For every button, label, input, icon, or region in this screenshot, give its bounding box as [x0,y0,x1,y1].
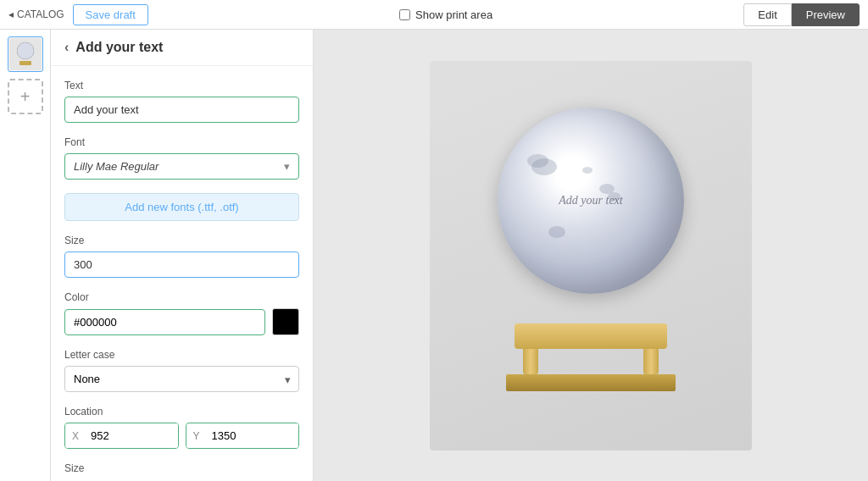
edit-preview-controls: Edit Preview [743,3,860,26]
location-y-field: Y [186,423,300,449]
font-dropdown-arrow-icon: ▾ [284,160,290,173]
color-field-group: Color [64,291,299,335]
location-label: Location [64,406,299,417]
location-x-input[interactable] [86,423,177,448]
font-name-display: Lilly Mae Regular [74,160,159,173]
plus-icon: + [20,87,31,107]
color-swatch[interactable] [272,308,299,335]
moon-background: Add your text [430,61,752,451]
main-layout: + ‹ Add your text Text Font Lilly Mae Re… [0,30,868,481]
edit-button[interactable]: Edit [743,3,791,26]
back-chevron-icon: ‹ [64,40,69,55]
moon-sphere: Add your text [498,108,684,294]
back-arrow-icon: ◂ [8,8,14,20]
crater-1 [527,154,548,168]
text-field-group: Text [64,80,299,123]
text-input[interactable] [64,97,299,123]
side-panel-header: ‹ Add your text [51,30,313,66]
size-field-group: Size [64,235,299,278]
location-field-group: Location X Y [64,406,299,449]
location-row: X Y [64,423,299,449]
stand-legs [506,349,676,374]
svg-point-2 [17,42,34,59]
canvas-area: Add your text [314,30,868,481]
save-draft-button[interactable]: Save draft [73,4,148,25]
location-y-wrap: Y [186,423,300,449]
size-bottom-field-group: Size [64,462,299,474]
letter-case-label: Letter case [64,349,299,361]
show-print-area-label[interactable]: Show print area [399,8,492,21]
crater-2 [608,192,620,201]
text-label: Text [64,80,299,91]
side-panel: ‹ Add your text Text Font Lilly Mae Regu… [51,30,314,481]
show-print-area-checkbox[interactable] [399,9,410,20]
add-fonts-button[interactable]: Add new fonts (.ttf, .otf) [64,193,299,221]
font-selector[interactable]: Lilly Mae Regular ▾ [64,153,299,180]
size-input[interactable] [64,252,299,278]
color-row [64,308,299,335]
font-field-group: Font Lilly Mae Regular ▾ [64,136,299,180]
location-x-prefix: X [65,424,86,448]
crater-3 [582,167,593,174]
crater-4 [548,226,565,238]
letter-case-select[interactable]: None UPPERCASE lowercase Title Case [64,366,299,392]
stand-base [506,374,676,391]
location-x-wrap: X [64,423,179,449]
show-print-area-container: Show print area [399,8,492,21]
catalog-nav[interactable]: ◂ CATALOG [8,8,64,20]
moon-stand [506,323,676,425]
letter-case-field-group: Letter case None UPPERCASE lowercase Tit… [64,349,299,392]
stand-leg-left [523,349,538,374]
location-y-input[interactable] [207,423,298,448]
product-image-container: Add your text [430,61,752,451]
topbar: ◂ CATALOG Save draft Show print area Edi… [0,0,868,30]
side-panel-content: Text Font Lilly Mae Regular ▾ Add new fo… [51,66,313,481]
color-input[interactable] [64,309,265,335]
thumbnail-panel: + [0,30,51,481]
size-label: Size [64,235,299,246]
letter-case-wrapper: None UPPERCASE lowercase Title Case ▾ [64,366,299,392]
preview-button[interactable]: Preview [792,3,860,26]
location-x-field: X [64,423,179,449]
location-y-prefix: Y [186,424,207,448]
stand-top [515,323,667,349]
font-label: Font [64,136,299,148]
thumbnail-item-1[interactable] [8,36,43,72]
color-label: Color [64,291,299,303]
size-bottom-label: Size [64,462,299,474]
add-thumbnail-button[interactable]: + [8,79,43,114]
svg-rect-3 [19,61,31,65]
panel-title: Add your text [75,40,163,55]
back-button[interactable]: ‹ [64,40,69,55]
stand-leg-right [643,349,659,374]
thumbnail-image [9,38,42,70]
show-print-area-text: Show print area [415,8,492,21]
catalog-label: CATALOG [17,8,64,20]
